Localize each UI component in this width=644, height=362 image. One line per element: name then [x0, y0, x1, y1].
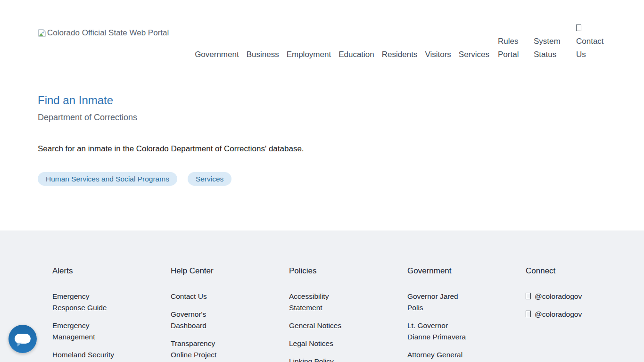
social-handle: @coloradogov — [535, 292, 582, 300]
nav-item-government[interactable]: Government — [195, 48, 239, 61]
footer-heading: Government — [407, 266, 526, 276]
footer-link-emergency-response-guide[interactable]: Emergency Response Guide — [52, 291, 116, 313]
logo-alt-text: Colorado Official State Web Portal — [47, 28, 169, 38]
main-nav: Government Business Employment Education… — [195, 0, 606, 61]
footer-link-homeland-security[interactable]: Homeland Security — [52, 349, 116, 361]
footer-heading: Alerts — [52, 266, 171, 276]
site-footer: Alerts Emergency Response Guide Emergenc… — [0, 230, 644, 362]
contact-us-label: Contact Us — [576, 37, 604, 59]
footer-link-general-notices[interactable]: General Notices — [289, 320, 352, 331]
broken-image-icon — [38, 29, 46, 37]
social-handle: @coloradogov — [535, 310, 582, 318]
footer-link-linking-policy[interactable]: Linking Policy — [289, 356, 352, 362]
missing-glyph-icon — [526, 311, 531, 317]
missing-glyph-icon — [526, 293, 531, 299]
footer-link-governor-jared-polis[interactable]: Governor Jared Polis — [407, 291, 471, 313]
nav-item-rules-portal[interactable]: Rules Portal — [498, 35, 521, 61]
footer-heading: Help Center — [171, 266, 289, 276]
nav-item-education[interactable]: Education — [339, 48, 374, 61]
footer-column-help-center: Help Center Contact Us Governor's Dashbo… — [171, 266, 289, 362]
main-content: Find an Inmate Department of Corrections… — [0, 61, 644, 186]
tag-human-services[interactable]: Human Services and Social Programs — [38, 172, 177, 186]
footer-link-accessibility-statement[interactable]: Accessibility Statement — [289, 291, 352, 313]
footer-heading: Policies — [289, 266, 407, 276]
nav-item-business[interactable]: Business — [247, 48, 279, 61]
tag-services[interactable]: Services — [188, 172, 231, 186]
service-description: Search for an inmate in the Colorado Dep… — [38, 144, 606, 154]
footer-link-governors-dashboard[interactable]: Governor's Dashboard — [171, 309, 234, 331]
footer-link-emergency-management[interactable]: Emergency Management — [52, 320, 116, 343]
nav-item-residents[interactable]: Residents — [382, 48, 418, 61]
nav-item-visitors[interactable]: Visitors — [425, 48, 451, 61]
footer-link-social-coloradogov-2[interactable]: @coloradogov — [526, 309, 589, 320]
footer-link-contact-us[interactable]: Contact Us — [171, 291, 234, 302]
page-title-link[interactable]: Find an Inmate — [38, 94, 113, 107]
footer-link-attorney-general[interactable]: Attorney General — [407, 349, 471, 361]
chat-bubble-icon — [15, 334, 31, 344]
footer-column-government: Government Governor Jared Polis Lt. Gove… — [407, 266, 526, 362]
site-header: Colorado Official State Web Portal Gover… — [0, 0, 644, 61]
footer-column-connect: Connect @coloradogov @coloradogov — [526, 266, 644, 362]
site-logo-link[interactable]: Colorado Official State Web Portal — [38, 0, 169, 61]
missing-glyph-icon — [576, 25, 581, 31]
tag-list: Human Services and Social Programs Servi… — [38, 172, 606, 186]
nav-item-services[interactable]: Services — [459, 48, 489, 61]
footer-column-policies: Policies Accessibility Statement General… — [289, 266, 407, 362]
department-subtitle: Department of Corrections — [38, 113, 606, 123]
nav-item-employment[interactable]: Employment — [287, 48, 331, 61]
nav-item-contact-us[interactable]: Contact Us — [576, 22, 606, 61]
footer-link-legal-notices[interactable]: Legal Notices — [289, 338, 352, 349]
footer-link-lt-governor-dianne-primavera[interactable]: Lt. Governor Dianne Primavera — [407, 320, 471, 343]
footer-link-social-coloradogov-1[interactable]: @coloradogov — [526, 291, 589, 302]
chat-widget-button[interactable] — [8, 325, 37, 353]
footer-column-alerts: Alerts Emergency Response Guide Emergenc… — [52, 266, 171, 362]
footer-link-transparency-online-project[interactable]: Transparency Online Project — [171, 338, 234, 361]
footer-heading: Connect — [526, 266, 644, 276]
chat-bubble-tail — [17, 343, 22, 346]
nav-item-system-status[interactable]: System Status — [534, 35, 564, 61]
